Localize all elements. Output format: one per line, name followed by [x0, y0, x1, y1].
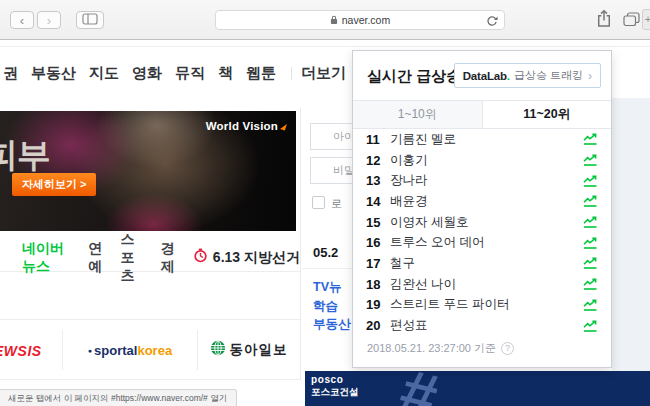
nav-divider [291, 67, 292, 80]
back-button[interactable]: ‹ [10, 11, 34, 29]
sportal-text: sportal [94, 343, 137, 358]
screenshot-root: ‹ › naver.com + 권부동산지도영화뮤직책웹툰 더보기 피부 Wor… [0, 0, 650, 406]
nav-item-3[interactable]: 영화 [132, 64, 162, 83]
news-link-2[interactable]: 경제 [161, 240, 177, 276]
trend-chart-icon[interactable] [583, 175, 598, 187]
lock-icon [330, 11, 338, 29]
new-tab-button[interactable]: + [642, 9, 650, 30]
trending-item[interactable]: 17철구 [366, 253, 598, 274]
chevron-right-icon: › [588, 69, 592, 83]
page-divider [0, 46, 650, 47]
datalab-label: 급상승 트래킹 [514, 68, 583, 83]
nav-item-2[interactable]: 지도 [89, 64, 119, 83]
trending-title: 스트리트 푸드 파이터 [390, 296, 583, 313]
refresh-icon[interactable] [486, 14, 498, 32]
trending-list: 11기름진 멜로12이홍기13장나라14배윤경15이영자 세월호16트루스 오어… [353, 129, 611, 336]
nav-item-0[interactable]: 권 [3, 64, 18, 83]
trend-chart-icon[interactable] [583, 320, 598, 332]
news-bar: 네이버뉴스 연예스포츠경제 6.13 지방선거 [0, 244, 300, 272]
nav-item-6[interactable]: 웹툰 [246, 64, 276, 83]
keep-login-checkbox[interactable] [312, 196, 325, 209]
election-link[interactable]: 6.13 지방선거 [193, 248, 300, 267]
url-text: naver.com [342, 14, 390, 26]
nav-more-label: 더보기 [301, 64, 346, 83]
trending-item[interactable]: 11기름진 멜로 [366, 129, 598, 150]
right-column-link-1[interactable]: 학습 [313, 298, 351, 317]
trending-rank: 17 [366, 256, 390, 271]
right-column-links: TV뉴학습부동산 [313, 279, 351, 335]
trending-rank: 12 [366, 153, 390, 168]
trending-title: 실시간 급상승 [367, 67, 461, 86]
trending-rank: 16 [366, 235, 390, 250]
trending-title: 철구 [390, 255, 583, 272]
posco-logo-text: posco [311, 374, 359, 386]
trending-tabs: 1~10위11~20위 [353, 100, 611, 129]
donga-ilbo-logo[interactable]: 동아일보 [197, 340, 300, 360]
korea-text: korea [137, 343, 172, 358]
right-column-link-2[interactable]: 부동산 [313, 316, 351, 335]
sidebar-toggle-button[interactable] [76, 11, 104, 29]
forward-button[interactable]: › [37, 11, 61, 29]
datalab-dot: . [507, 70, 510, 82]
nav-item-1[interactable]: 부동산 [31, 64, 76, 83]
trending-tab-0[interactable]: 1~10위 [353, 101, 482, 128]
ad-cta-button[interactable]: 자세히보기 > [12, 173, 96, 196]
trend-chart-icon[interactable] [583, 154, 598, 166]
trending-item[interactable]: 13장나라 [366, 170, 598, 191]
sidebar-icon [82, 13, 98, 28]
trending-item[interactable]: 20편성표 [366, 315, 598, 336]
right-column-link-0[interactable]: TV뉴 [313, 279, 351, 298]
trending-rank: 13 [366, 173, 390, 188]
world-vision-star-icon [280, 122, 287, 130]
trending-rank: 20 [366, 318, 390, 333]
sportalkorea-logo[interactable]: ● sportal korea [63, 343, 197, 358]
right-column-date: 05.2 [313, 245, 338, 260]
browser-chrome: ‹ › naver.com + [0, 0, 650, 40]
trend-chart-icon[interactable] [583, 257, 598, 269]
share-icon[interactable] [596, 9, 612, 31]
posco-logo: posco 포스코건설 [311, 374, 359, 397]
trending-item[interactable]: 15이영자 세월호 [366, 212, 598, 233]
donga-emblem-icon [210, 340, 226, 360]
hashtag-graphic: # [392, 371, 444, 406]
trending-rank: 14 [366, 194, 390, 209]
trending-rank: 18 [366, 277, 390, 292]
datalab-tracking-button[interactable]: DataLab . 급상승 트래킹 › [454, 63, 601, 88]
page-background-strip [612, 98, 650, 371]
posco-ad-banner[interactable]: posco 포스코건설 # [305, 371, 650, 406]
press-logo-row: EWSIS ● sportal korea 동아일보 [0, 320, 300, 380]
display-ad-banner[interactable]: 피부 World Vision 자세히보기 > [0, 111, 296, 231]
trending-footer: 2018.05.21. 23:27:00 기준 ? [367, 341, 514, 356]
nav-item-4[interactable]: 뮤직 [175, 64, 205, 83]
trending-item[interactable]: 12이홍기 [366, 150, 598, 171]
trending-rank: 11 [366, 132, 390, 147]
datalab-brand: DataLab [463, 70, 507, 82]
trend-chart-icon[interactable] [583, 299, 598, 311]
nav-item-5[interactable]: 책 [218, 64, 233, 83]
keep-login-label: 로 [331, 196, 342, 211]
trending-item[interactable]: 19스트리트 푸드 파이터 [366, 295, 598, 316]
trend-chart-icon[interactable] [583, 133, 598, 145]
help-icon[interactable]: ? [501, 342, 514, 355]
trending-title: 장나라 [390, 172, 583, 189]
trending-title: 편성표 [390, 317, 583, 334]
shortcut-toolbar: ⚙ ‹ › [0, 272, 300, 320]
trending-title: 트루스 오어 데어 [390, 234, 583, 251]
trending-item[interactable]: 18김완선 나이 [366, 274, 598, 295]
trending-item[interactable]: 14배윤경 [366, 191, 598, 212]
main-nav-list: 권부동산지도영화뮤직책웹툰 [3, 64, 289, 83]
naver-news-link[interactable]: 네이버뉴스 [22, 240, 72, 276]
trending-tab-1[interactable]: 11~20위 [482, 101, 612, 128]
trend-chart-icon[interactable] [583, 195, 598, 207]
posco-enc-text: 포스코건설 [311, 386, 359, 398]
trend-chart-icon[interactable] [583, 278, 598, 290]
address-bar[interactable]: naver.com [215, 10, 505, 30]
trend-chart-icon[interactable] [583, 237, 598, 249]
trend-chart-icon[interactable] [583, 216, 598, 228]
newsis-logo[interactable]: EWSIS [0, 343, 42, 359]
trending-item[interactable]: 16트루스 오어 데어 [366, 232, 598, 253]
tab-overview-icon[interactable] [623, 12, 640, 30]
trending-rank: 15 [366, 215, 390, 230]
trending-title: 이홍기 [390, 152, 583, 169]
news-link-0[interactable]: 연예 [88, 240, 104, 276]
